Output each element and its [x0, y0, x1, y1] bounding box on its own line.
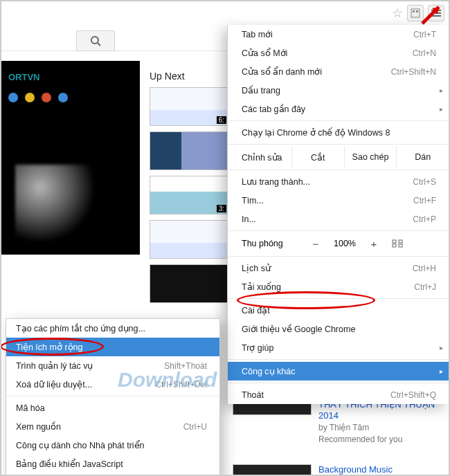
video-player[interactable]: ORTVN [1, 61, 140, 255]
submenu-clear-data[interactable]: Xoá dữ liệu duyệt...Ctrl+Shift+Del [6, 375, 219, 394]
svg-rect-2 [416, 10, 418, 12]
menu-relaunch-win8[interactable]: Chạy lại Chrome ở chế độ Windows 8 [228, 123, 449, 142]
thumbnail[interactable] [150, 264, 228, 303]
search-button[interactable] [76, 30, 115, 51]
menu-print[interactable]: In...Ctrl+P [228, 210, 449, 228]
thumbnail [233, 464, 312, 476]
menu-about[interactable]: Giới thiệu về Google Chrome [228, 320, 449, 338]
video-content [15, 165, 98, 241]
menu-new-tab[interactable]: Tab mớiCtrl+T [228, 25, 449, 44]
submenu-create-shortcuts[interactable]: Tạo các phím tắt cho ứng dụng... [6, 319, 219, 338]
chrome-main-menu: Tab mớiCtrl+T Cửa sổ MớiCtrl+N Cửa sổ ẩn… [227, 25, 449, 404]
svg-rect-6 [399, 240, 402, 243]
menu-exit[interactable]: ThoátCtrl+Shift+Q [228, 385, 449, 404]
svg-line-4 [98, 43, 100, 46]
menu-new-window[interactable]: Cửa sổ MớiCtrl+N [228, 44, 449, 62]
submenu-js-console[interactable]: Bảng điều khiển JavaScript [6, 455, 219, 473]
svg-rect-5 [393, 240, 396, 243]
menu-copy[interactable]: Sao chép [344, 147, 397, 167]
svg-point-3 [91, 37, 98, 44]
menu-recent-tabs[interactable]: Các tab gần đây [228, 100, 449, 118]
bookmark-star-icon[interactable]: ☆ [392, 6, 403, 21]
menu-history[interactable]: Lịch sửCtrl+H [228, 259, 449, 277]
thumbnail[interactable]: 3: [150, 176, 228, 214]
menu-help[interactable]: Trợ giúp [228, 338, 449, 357]
menu-bookmarks[interactable]: Dấu trang [228, 81, 449, 100]
svg-rect-7 [393, 244, 396, 247]
hamburger-menu-button[interactable] [428, 5, 444, 21]
menu-downloads[interactable]: Tải xuốngCtrl+J [228, 277, 449, 296]
extension-button[interactable] [407, 5, 424, 21]
submenu-task-manager[interactable]: Trình quản lý tác vụShift+Thoát [6, 356, 219, 375]
zoom-value: 100% [327, 239, 362, 248]
zoom-out-button[interactable]: − [304, 238, 327, 250]
thumbnail[interactable] [150, 220, 228, 259]
video-brand-text: ORTVN [8, 72, 40, 82]
menu-cut[interactable]: Cắt [291, 147, 344, 167]
video-byline: by Thiện Tâm [318, 423, 447, 433]
thumbnail[interactable] [150, 131, 228, 170]
fullscreen-button[interactable] [386, 239, 409, 248]
video-dots [8, 93, 68, 102]
browser-toolbar: ☆ [392, 1, 449, 25]
submenu-view-source[interactable]: Xem nguồnCtrl+U [6, 417, 219, 436]
video-recommended: Recommended for you [318, 434, 447, 445]
svg-rect-0 [411, 9, 420, 17]
svg-rect-1 [413, 10, 415, 12]
menu-find[interactable]: Tìm...Ctrl+F [228, 191, 449, 210]
submenu-encoding[interactable]: Mã hóa [6, 399, 219, 417]
menu-settings[interactable]: Cài đặt [228, 301, 449, 320]
recommendation-card[interactable]: Background Music Instrumentals - relaxda… [233, 464, 447, 476]
submenu-extensions[interactable]: Tiện ích mở rộng [6, 338, 219, 356]
menu-save-as[interactable]: Lưu trang thành...Ctrl+S [228, 172, 449, 191]
video-title-line: Background Music Instrumentals - [318, 464, 447, 476]
svg-rect-8 [399, 244, 402, 247]
submenu-dev-tools[interactable]: Công cụ dành cho Nhà phát triển [6, 436, 219, 455]
menu-zoom-row: Thu phóng − 100% + [228, 233, 449, 254]
up-next-list: 6: 3: [150, 87, 228, 303]
menu-edit-row: Chỉnh sửa Cắt Sao chép Dán [228, 147, 449, 167]
menu-more-tools[interactable]: Công cụ khác [228, 362, 449, 381]
zoom-in-button[interactable]: + [362, 238, 386, 250]
thumbnail[interactable]: 6: [150, 87, 228, 126]
menu-incognito[interactable]: Cửa sổ ẩn danh mớiCtrl+Shift+N [228, 62, 449, 81]
menu-paste[interactable]: Dán [396, 147, 449, 167]
up-next-label: Up Next [150, 71, 185, 82]
submenu-inspect-devices[interactable]: Kiểm tra thiết bị [6, 473, 219, 476]
more-tools-submenu: Tạo các phím tắt cho ứng dụng... Tiện íc… [6, 318, 220, 476]
